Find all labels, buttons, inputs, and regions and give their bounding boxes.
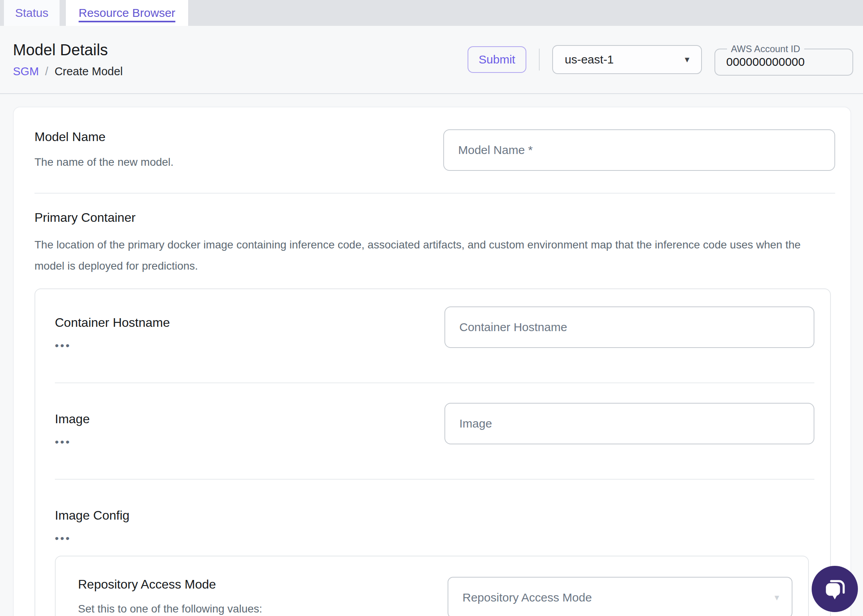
repository-access-mode-row: Repository Access Mode Set this to one o… <box>78 577 792 616</box>
create-model-page: { "tabs": { "status": "Status", "resourc… <box>0 0 863 616</box>
chat-widget-button[interactable] <box>812 566 858 612</box>
image-row: Image ••• <box>55 403 814 446</box>
image-config-heading: Image Config <box>55 508 814 523</box>
page-title: Model Details <box>13 41 123 59</box>
breadcrumb-root-link[interactable]: SGM <box>13 65 39 78</box>
model-details-card: Model Name The name of the new model. Pr… <box>13 107 851 616</box>
region-select-value: us-east-1 <box>565 53 614 66</box>
header-divider <box>539 49 540 71</box>
model-name-info: Model Name The name of the new model. <box>34 129 174 170</box>
container-hostname-row: Container Hostname ••• <box>55 306 814 350</box>
model-name-input[interactable] <box>443 129 835 171</box>
aws-account-id-field: AWS Account ID <box>714 43 853 76</box>
primary-container-card: Container Hostname ••• Image ••• <box>34 288 831 616</box>
container-hostname-input[interactable] <box>444 306 814 348</box>
chat-bubble-icon <box>822 576 847 602</box>
aws-account-id-label: AWS Account ID <box>727 43 804 54</box>
image-heading: Image <box>55 411 90 426</box>
repository-access-mode-info: Repository Access Mode Set this to one o… <box>78 577 442 616</box>
image-info: Image ••• <box>55 403 90 446</box>
header-title-block: Model Details SGM / Create Model <box>13 41 123 78</box>
chevron-down-icon: ▼ <box>683 55 691 64</box>
repository-access-mode-select[interactable]: Repository Access Mode ▼ <box>448 577 792 616</box>
primary-container-description: The location of the primary docker image… <box>34 234 832 277</box>
container-hostname-info: Container Hostname ••• <box>55 306 170 350</box>
section-divider <box>34 193 835 194</box>
main-content: Model Name The name of the new model. Pr… <box>0 94 863 616</box>
aws-account-id-input[interactable] <box>726 54 845 73</box>
image-input[interactable] <box>444 403 814 444</box>
model-name-row: Model Name The name of the new model. <box>34 129 835 171</box>
container-hostname-heading: Container Hostname <box>55 315 170 330</box>
breadcrumb: SGM / Create Model <box>13 65 123 78</box>
image-config-info: Image Config ••• <box>55 499 814 542</box>
image-expander-icon[interactable]: ••• <box>55 438 78 446</box>
tab-status-label: Status <box>15 6 48 20</box>
region-select[interactable]: us-east-1 ▼ <box>552 45 702 74</box>
tab-resource-browser-label: Resource Browser <box>79 6 176 20</box>
header-actions: Submit us-east-1 ▼ AWS Account ID <box>468 43 853 76</box>
repository-access-mode-select-placeholder: Repository Access Mode <box>462 591 592 604</box>
repository-access-mode-heading: Repository Access Mode <box>78 577 442 592</box>
model-name-heading: Model Name <box>34 129 174 144</box>
image-config-section: Image Config ••• Repository Access Mode … <box>55 499 814 616</box>
tab-status[interactable]: Status <box>4 0 60 26</box>
page-header: Model Details SGM / Create Model Submit … <box>0 26 863 94</box>
model-name-description: The name of the new model. <box>34 154 174 170</box>
image-config-expander-icon[interactable]: ••• <box>55 534 78 542</box>
submit-button[interactable]: Submit <box>468 46 526 73</box>
chevron-down-icon: ▼ <box>773 593 781 602</box>
primary-container-heading: Primary Container <box>34 210 835 225</box>
primary-container-section: Primary Container The location of the pr… <box>34 210 835 616</box>
container-hostname-expander-icon[interactable]: ••• <box>55 342 78 350</box>
tab-resource-browser[interactable]: Resource Browser <box>66 0 188 26</box>
field-divider <box>55 479 814 480</box>
breadcrumb-separator: / <box>45 65 48 78</box>
repository-access-mode-description: Set this to one of the following values: <box>78 601 442 616</box>
image-config-card: Repository Access Mode Set this to one o… <box>55 556 809 616</box>
field-divider <box>55 382 814 383</box>
breadcrumb-current: Create Model <box>54 65 123 78</box>
tab-bar: Status Resource Browser <box>0 0 863 26</box>
